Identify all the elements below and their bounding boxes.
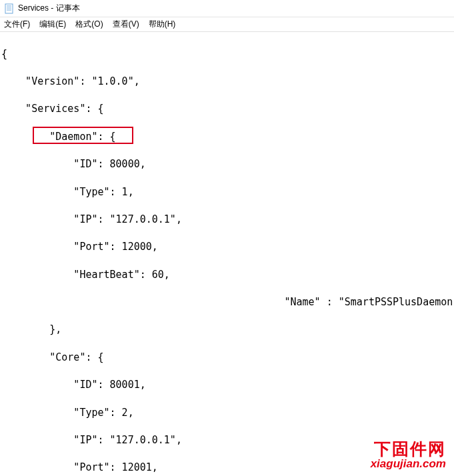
code-line: "Type": 1, (1, 185, 453, 199)
menu-help[interactable]: 帮助(H) (149, 19, 176, 30)
code-line: "ID": 80001, (1, 378, 453, 392)
code-line: "ID": 80000, (1, 157, 453, 171)
watermark-cn: 下固件网 (371, 440, 446, 459)
menu-edit[interactable]: 编辑(E) (39, 19, 66, 30)
code-line: }, (1, 323, 453, 337)
menu-format[interactable]: 格式(O) (75, 19, 103, 30)
window-title: Services - 记事本 (18, 3, 80, 14)
code-line: "Name" : "SmartPSSPlusDaemon" (1, 295, 453, 309)
code-line: "IP": "127.0.0.1", (1, 213, 453, 227)
titlebar: Services - 记事本 (0, 0, 454, 17)
code-line: { (1, 47, 453, 61)
code-line: "Version": "1.0.0", (1, 75, 453, 89)
code-line: "Daemon": { (1, 130, 453, 144)
menu-view[interactable]: 查看(V) (113, 19, 139, 30)
watermark-en: xiagujian.com (371, 458, 446, 471)
menu-file[interactable]: 文件(F) (4, 19, 30, 30)
editor-content[interactable]: { "Version": "1.0.0", "Services": { "Dae… (0, 32, 454, 476)
notepad-icon (4, 3, 15, 14)
code-line: "HeartBeat": 60, (1, 268, 453, 282)
svg-rect-0 (5, 4, 13, 13)
watermark: 下固件网 xiagujian.com (371, 440, 446, 471)
code-line: "Services": { (1, 102, 453, 116)
code-line: "Type": 2, (1, 406, 453, 420)
code-line: "Port": 12000, (1, 240, 453, 254)
menubar: 文件(F) 编辑(E) 格式(O) 查看(V) 帮助(H) (0, 17, 454, 32)
code-line: "Core": { (1, 351, 453, 365)
